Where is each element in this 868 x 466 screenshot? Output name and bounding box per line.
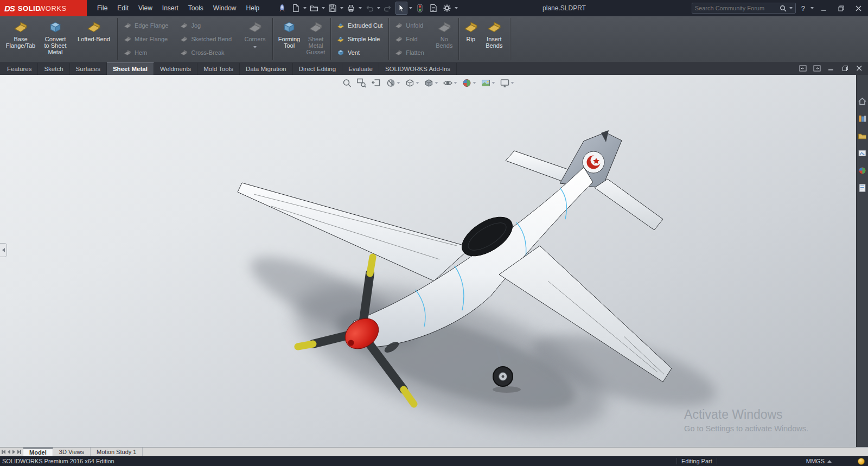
document-minimize-button[interactable] <box>825 63 838 74</box>
vent-button[interactable]: Vent <box>333 46 386 60</box>
help-caret-icon[interactable] <box>810 7 814 9</box>
display-style-icon[interactable] <box>423 77 440 89</box>
edit-appearance-icon[interactable] <box>461 77 478 89</box>
select-cursor-icon[interactable] <box>395 2 407 15</box>
zoom-to-area-icon[interactable] <box>355 77 368 89</box>
miter-flange-button[interactable]: Miter Flange <box>120 33 172 46</box>
previous-document-icon[interactable] <box>796 63 809 74</box>
view-orientation-icon[interactable] <box>404 77 421 89</box>
sheet-metal-gusset-button[interactable]: Sheet Metal Gusset <box>303 17 328 61</box>
menu-tools[interactable]: Tools <box>183 2 208 14</box>
last-tab-icon[interactable] <box>17 450 21 454</box>
tab-direct-editing[interactable]: Direct Editing <box>293 63 342 75</box>
tab-model[interactable]: Model <box>23 448 53 456</box>
undo-caret-icon[interactable] <box>377 7 380 9</box>
jog-button[interactable]: Jog <box>176 19 235 33</box>
plane-3d-model[interactable] <box>0 75 856 447</box>
lofted-bend-button[interactable]: Lofted-Bend <box>73 17 115 61</box>
tab-sheet-metal[interactable]: Sheet Metal <box>107 62 154 75</box>
corners-button[interactable]: Corners <box>240 17 270 61</box>
view-settings-caret-icon[interactable] <box>511 82 514 84</box>
options-gear-icon[interactable] <box>441 2 453 15</box>
previous-tab-icon[interactable] <box>8 450 10 454</box>
apply-scene-icon[interactable] <box>480 77 497 89</box>
redo-icon[interactable] <box>382 2 394 15</box>
home-icon[interactable] <box>857 95 868 106</box>
graphics-area[interactable]: Activate Windows Go to Settings to activ… <box>0 75 856 447</box>
rebuild-icon[interactable] <box>414 2 426 15</box>
hide-show-items-icon[interactable] <box>442 77 459 89</box>
menu-edit[interactable]: Edit <box>112 2 133 14</box>
help-icon[interactable]: ? <box>798 4 808 12</box>
window-close-button[interactable] <box>851 2 866 15</box>
print-caret-icon[interactable] <box>359 7 362 9</box>
tab-features[interactable]: Features <box>1 63 38 75</box>
custom-properties-icon[interactable] <box>857 182 868 193</box>
forming-tool-button[interactable]: Forming Tool <box>275 17 303 61</box>
document-close-button[interactable] <box>853 63 866 74</box>
menu-file[interactable]: File <box>92 2 112 14</box>
edit-appearance-caret-icon[interactable] <box>473 82 476 84</box>
insert-bends-button[interactable]: Insert Bends <box>481 17 508 61</box>
flatten-button[interactable]: Flatten <box>391 46 428 60</box>
zoom-to-fit-icon[interactable] <box>341 77 354 89</box>
previous-view-icon[interactable] <box>370 77 383 89</box>
first-tab-icon[interactable] <box>2 450 5 454</box>
menu-view[interactable]: View <box>133 2 157 14</box>
save-caret-icon[interactable] <box>340 7 343 9</box>
search-scope-caret-icon[interactable] <box>789 7 793 9</box>
open-file-caret-icon[interactable] <box>322 7 325 9</box>
apply-scene-caret-icon[interactable] <box>492 82 495 84</box>
tab-solidworks-add-ins[interactable]: SOLIDWORKS Add-Ins <box>379 63 457 75</box>
next-document-icon[interactable] <box>810 63 824 74</box>
cross-break-button[interactable]: Cross-Break <box>176 46 235 60</box>
unfold-button[interactable]: Unfold <box>391 19 428 33</box>
extruded-cut-button[interactable]: Extruded Cut <box>333 19 386 33</box>
file-explorer-icon[interactable] <box>857 130 868 141</box>
edge-flange-button[interactable]: Edge Flange <box>120 19 172 33</box>
base-flange-tab-button[interactable]: Base Flange/Tab <box>3 17 38 61</box>
options-caret-icon[interactable] <box>455 7 458 9</box>
next-tab-icon[interactable] <box>12 450 15 454</box>
new-file-icon[interactable] <box>290 2 302 15</box>
fold-button[interactable]: Fold <box>391 33 428 46</box>
quick-tips-icon[interactable] <box>858 458 865 465</box>
file-properties-icon[interactable] <box>427 2 439 15</box>
tab-motion-study-1[interactable]: Motion Study 1 <box>91 448 143 456</box>
open-file-icon[interactable] <box>308 2 320 15</box>
section-view-caret-icon[interactable] <box>397 82 400 84</box>
tab-3d-views[interactable]: 3D Views <box>53 448 91 456</box>
solidworks-resources-icon[interactable] <box>276 2 288 15</box>
print-icon[interactable] <box>345 2 357 15</box>
menu-window[interactable]: Window <box>208 2 241 14</box>
display-style-caret-icon[interactable] <box>435 82 438 84</box>
design-library-icon[interactable] <box>857 113 868 124</box>
no-bends-button[interactable]: No Bends <box>432 17 456 61</box>
hide-show-caret-icon[interactable] <box>454 82 457 84</box>
view-settings-icon[interactable] <box>499 77 516 89</box>
rip-button[interactable]: Rip <box>461 17 481 61</box>
view-orientation-caret-icon[interactable] <box>416 82 419 84</box>
document-restore-button[interactable] <box>839 63 852 74</box>
view-palette-icon[interactable] <box>857 148 868 158</box>
menu-help[interactable]: Help <box>241 2 265 14</box>
search-magnifier-icon[interactable] <box>780 5 787 12</box>
sketched-bend-button[interactable]: Sketched Bend <box>176 33 235 46</box>
search-input[interactable] <box>695 5 777 11</box>
menu-insert[interactable]: Insert <box>157 2 183 14</box>
unit-system-dropdown[interactable]: MMGS <box>803 458 835 464</box>
tab-data-migration[interactable]: Data Migration <box>240 63 293 75</box>
tab-surfaces[interactable]: Surfaces <box>70 63 107 75</box>
window-minimize-button[interactable] <box>816 2 831 15</box>
tab-evaluate[interactable]: Evaluate <box>342 63 379 75</box>
appearances-scenes-icon[interactable] <box>857 165 868 176</box>
tab-mold-tools[interactable]: Mold Tools <box>197 63 240 75</box>
tab-sketch[interactable]: Sketch <box>38 63 69 75</box>
save-icon[interactable] <box>327 2 339 15</box>
window-restore-button[interactable] <box>833 2 848 15</box>
panel-collapse-handle[interactable] <box>0 243 7 257</box>
undo-icon[interactable] <box>363 2 375 15</box>
hem-button[interactable]: Hem <box>120 46 172 60</box>
tab-weldments[interactable]: Weldments <box>154 63 197 75</box>
select-caret-icon[interactable] <box>409 7 412 9</box>
